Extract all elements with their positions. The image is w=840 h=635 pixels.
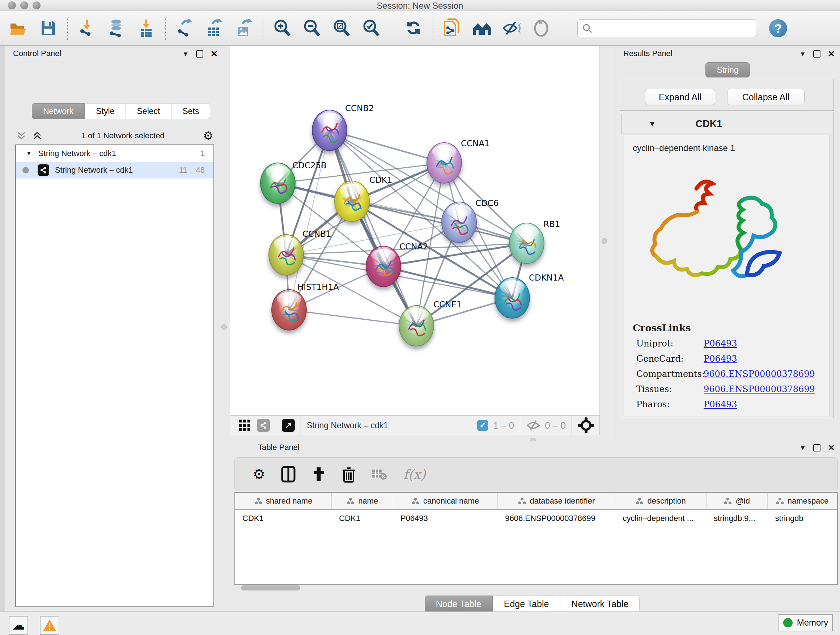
show-eye-icon[interactable] (532, 19, 551, 38)
crosslink-link[interactable]: 9606.ENSP00000378699 (704, 369, 815, 379)
tab-sets[interactable]: Sets (171, 103, 210, 119)
network-list: ▼ String Network – cdk1 1 String Network… (15, 144, 214, 607)
network-canvas[interactable]: CCNB2 CCNA1 CDC25B CDK1 (230, 46, 600, 416)
node-table[interactable]: shared namenamecanonical namedatabase id… (234, 492, 838, 585)
panel-float-icon[interactable] (196, 50, 203, 57)
string-home-icon[interactable] (472, 19, 491, 38)
help-icon[interactable]: ? (769, 19, 787, 37)
table-cell: CDK1 (235, 514, 332, 523)
string-view-icon[interactable] (257, 419, 270, 432)
zoom-in-icon[interactable] (273, 19, 292, 38)
graph-node-cdc25b[interactable] (260, 163, 295, 204)
panel-close-icon[interactable]: ✕ (210, 49, 218, 59)
crosslink-link[interactable]: P06493 (704, 399, 737, 409)
graph-node-cdk1[interactable] (334, 181, 370, 222)
zoom-fit-icon[interactable] (332, 19, 351, 38)
collapse-all-icon[interactable] (16, 130, 27, 141)
delete-table-icon[interactable] (371, 468, 387, 480)
crosslink-row: Compartments:9606.ENSP00000378699 (636, 369, 829, 379)
section-collapse-icon[interactable]: ▼ (649, 120, 656, 128)
detach-view-icon[interactable]: ↗ (282, 419, 295, 432)
node-label-cdk1: CDK1 (369, 175, 393, 185)
tab-edge-table[interactable]: Edge Table (493, 595, 561, 612)
grid-mode-icon[interactable] (238, 419, 251, 432)
search-box[interactable] (577, 19, 756, 37)
collapse-all-button[interactable]: Collapse All (727, 89, 805, 105)
expand-all-icon[interactable] (32, 130, 43, 141)
graph-node-rb1[interactable] (509, 223, 545, 264)
gene-section-header[interactable]: ▼ CDK1 (622, 114, 832, 134)
panel-collapse-icon[interactable]: ▼ (799, 50, 806, 58)
expand-all-button[interactable]: Expand All (645, 89, 715, 105)
warnings-button[interactable] (40, 616, 59, 635)
columns-icon[interactable] (281, 466, 295, 483)
tab-network-table[interactable]: Network Table (560, 595, 639, 612)
crosslink-link[interactable]: 9606.ENSP00000378699 (704, 384, 815, 394)
column-header-shared-name[interactable]: shared name (235, 493, 332, 509)
zoom-out-icon[interactable] (302, 19, 321, 38)
graph-node-cdc6[interactable] (441, 202, 477, 243)
memory-button[interactable]: Memory (778, 614, 833, 631)
crosslink-label: Compartments: (636, 369, 704, 379)
column-header-canonical-name[interactable]: canonical name (393, 493, 498, 509)
column-header-namespace[interactable]: namespace (767, 493, 837, 509)
gene-section-body: cyclin–dependent kinase 1 (624, 135, 830, 416)
delete-column-icon[interactable] (342, 466, 355, 483)
panel-close-icon[interactable]: ✕ (828, 49, 835, 59)
tab-string[interactable]: String (706, 62, 750, 78)
panel-collapse-icon[interactable]: ▼ (799, 444, 806, 452)
tab-style[interactable]: Style (85, 103, 126, 119)
zoom-selected-icon[interactable] (362, 19, 381, 38)
column-header--id[interactable]: @id (706, 493, 768, 509)
tree-expand-icon[interactable]: ▼ (26, 150, 32, 157)
network-collection-row[interactable]: ▼ String Network – cdk1 1 (16, 145, 213, 162)
function-builder-icon[interactable]: f(x) (403, 467, 426, 482)
save-session-icon[interactable] (39, 19, 58, 38)
scrollbar-thumb[interactable] (241, 585, 300, 591)
import-network-database-icon[interactable] (107, 19, 126, 38)
column-header-database-identifier[interactable]: database identifier (498, 493, 615, 509)
table-gear-icon[interactable]: ⚙ (253, 466, 265, 482)
column-header-name[interactable]: name (332, 493, 393, 509)
gear-icon[interactable]: ⚙ (203, 129, 213, 143)
birdseye-icon[interactable] (578, 417, 594, 434)
export-network-icon[interactable] (175, 19, 194, 38)
table-row[interactable]: CDK1CDK1P064939606.ENSP00000378699cyclin… (235, 510, 837, 527)
hide-eye-icon[interactable] (502, 19, 521, 38)
import-table-icon[interactable] (137, 19, 156, 38)
import-network-file-icon[interactable] (77, 19, 96, 38)
graph-node-cdkn1a[interactable] (494, 277, 530, 318)
crosslink-link[interactable]: P06493 (704, 354, 737, 364)
graph-node-ccna2[interactable] (366, 246, 401, 287)
tab-node-table[interactable]: Node Table (425, 595, 493, 612)
node-label-cdc25b: CDC25B (292, 161, 327, 170)
splitter-handle[interactable] (221, 325, 227, 330)
panel-float-icon[interactable] (813, 444, 821, 451)
tab-network[interactable]: Network (32, 103, 85, 119)
gene-description: cyclin–dependent kinase 1 (633, 143, 829, 153)
add-column-icon[interactable] (311, 466, 326, 483)
open-session-icon[interactable] (9, 19, 28, 38)
panel-float-icon[interactable] (813, 50, 821, 57)
export-table-icon[interactable] (205, 19, 224, 38)
refresh-icon[interactable] (404, 19, 423, 38)
column-header-description[interactable]: description (615, 493, 706, 509)
graph-node-hist1h1a[interactable] (271, 289, 307, 331)
panel-collapse-icon[interactable]: ▼ (182, 50, 189, 58)
cloud-button[interactable]: ☁ (9, 616, 28, 635)
selected-checkbox-icon[interactable]: ✓ (477, 420, 488, 431)
splitter-handle[interactable] (602, 238, 607, 244)
export-image-icon[interactable] (234, 19, 253, 38)
search-input[interactable] (595, 23, 752, 33)
panel-close-icon[interactable]: ✕ (828, 443, 835, 453)
graph-node-ccnb2[interactable] (312, 110, 347, 151)
hidden-eye-icon[interactable] (526, 420, 540, 431)
table-hscrollbar[interactable] (234, 585, 838, 591)
network-row-selected[interactable]: String Network – cdk1 11 48 (16, 162, 213, 179)
tab-select[interactable]: Select (126, 103, 172, 119)
graph-node-ccna1[interactable] (426, 142, 462, 184)
graph-node-ccnb1[interactable] (268, 234, 304, 276)
share-document-icon[interactable] (443, 19, 462, 38)
graph-node-ccne1[interactable] (399, 305, 434, 347)
crosslink-link[interactable]: P06493 (704, 339, 737, 348)
